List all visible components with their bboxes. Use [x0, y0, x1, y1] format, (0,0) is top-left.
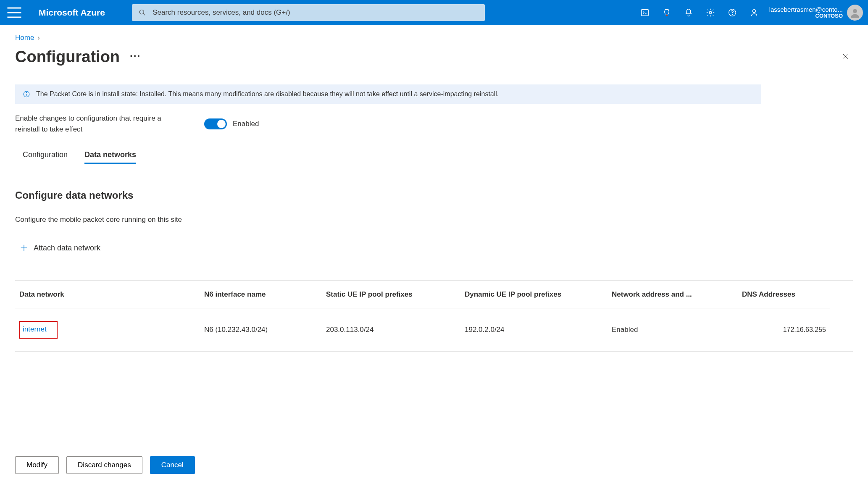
info-banner: The Packet Core is in install state: Ins… — [15, 84, 761, 104]
svg-point-7 — [666, 15, 668, 16]
cell-dns: 172.16.63.255 — [738, 308, 830, 351]
more-actions-button[interactable]: ··· — [130, 50, 141, 64]
global-search-input[interactable] — [152, 8, 478, 17]
svg-line-4 — [143, 13, 145, 15]
hamburger-menu[interactable] — [5, 3, 24, 22]
section-heading: Configure data networks — [15, 189, 853, 201]
col-static-ue[interactable]: Static UE IP pool prefixes — [322, 281, 460, 308]
copilot-icon[interactable] — [656, 0, 678, 25]
chevron-right-icon: › — [37, 34, 40, 42]
cell-n6: N6 (10.232.43.0/24) — [200, 308, 322, 351]
discard-changes-button[interactable]: Discard changes — [66, 456, 142, 474]
global-search[interactable] — [132, 4, 485, 21]
page-title: Configuration — [15, 48, 120, 66]
brand-home-link[interactable]: Microsoft Azure — [39, 8, 105, 18]
notifications-icon[interactable] — [678, 0, 700, 25]
cancel-button[interactable]: Cancel — [150, 456, 195, 474]
svg-rect-5 — [641, 10, 648, 16]
reinstall-toggle[interactable] — [204, 118, 227, 129]
col-dynamic-ue[interactable]: Dynamic UE IP pool prefixes — [460, 281, 608, 308]
info-icon — [23, 90, 30, 98]
cloud-shell-icon[interactable] — [634, 0, 656, 25]
svg-point-12 — [853, 9, 857, 13]
table-row: internet — [15, 308, 200, 351]
attach-data-network-label: Attach data network — [34, 244, 100, 253]
account-tenant: CONTOSO — [769, 13, 843, 19]
col-data-network[interactable]: Data network — [15, 281, 200, 308]
cell-static-ue: 203.0.113.0/24 — [322, 308, 460, 351]
breadcrumb: Home › — [15, 34, 853, 42]
col-nat[interactable]: Network address and ... — [608, 281, 738, 308]
tab-configuration[interactable]: Configuration — [23, 147, 68, 164]
svg-point-3 — [139, 10, 144, 14]
plus-icon — [19, 243, 29, 253]
tab-data-networks[interactable]: Data networks — [84, 147, 136, 164]
reinstall-toggle-label: Enable changes to configuration that req… — [15, 113, 183, 134]
breadcrumb-home[interactable]: Home — [15, 34, 34, 42]
attach-data-network-button[interactable]: Attach data network — [15, 243, 100, 253]
feedback-icon[interactable] — [743, 0, 765, 25]
account-menu[interactable]: lassebertrasmen@conto... CONTOSO — [769, 5, 863, 21]
col-dns[interactable]: DNS Addresses — [738, 281, 830, 308]
data-networks-table: Data network N6 interface name Static UE… — [15, 280, 853, 352]
data-network-link[interactable]: internet — [19, 321, 58, 339]
section-description: Configure the mobile packet core running… — [15, 216, 853, 224]
col-n6[interactable]: N6 interface name — [200, 281, 322, 308]
account-email: lassebertrasmen@conto... — [769, 6, 843, 13]
svg-point-8 — [709, 11, 712, 14]
close-blade-button[interactable] — [838, 49, 853, 65]
info-banner-text: The Packet Core is in install state: Ins… — [36, 90, 499, 98]
cell-dynamic-ue: 192.0.2.0/24 — [460, 308, 608, 351]
svg-point-10 — [732, 14, 732, 15]
search-icon — [139, 9, 146, 16]
svg-point-17 — [26, 92, 26, 93]
help-icon[interactable] — [721, 0, 743, 25]
avatar — [847, 5, 863, 21]
modify-button[interactable]: Modify — [15, 456, 59, 474]
svg-point-11 — [752, 10, 755, 13]
settings-icon[interactable] — [700, 0, 721, 25]
cell-nat: Enabled — [608, 308, 738, 351]
reinstall-toggle-state: Enabled — [233, 120, 259, 128]
